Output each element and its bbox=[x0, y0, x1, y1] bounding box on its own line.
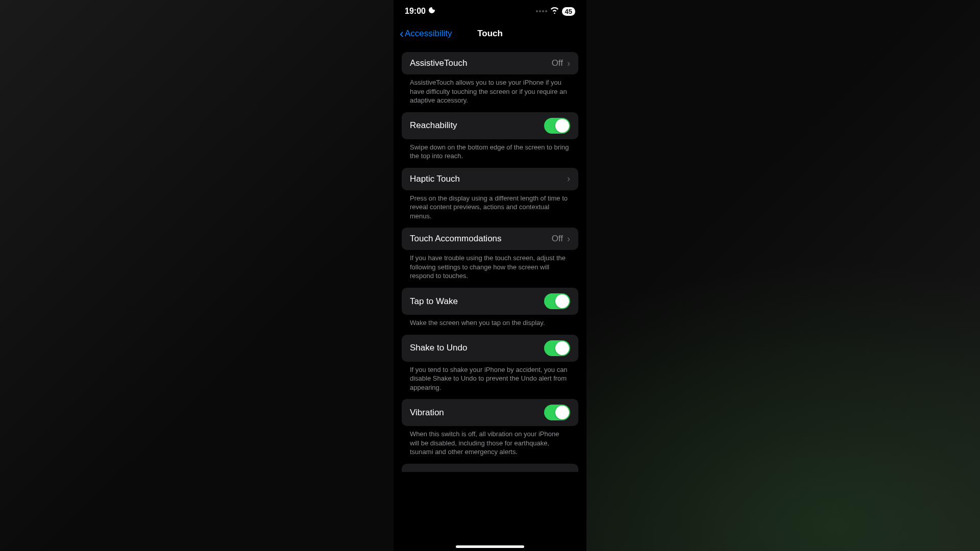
row-label: Haptic Touch bbox=[410, 174, 460, 184]
row-value: Off bbox=[552, 58, 563, 68]
row-touch-accommodations[interactable]: Touch Accommodations Off › bbox=[402, 228, 578, 250]
chevron-right-icon: › bbox=[567, 58, 570, 69]
row-label: Shake to Undo bbox=[410, 343, 467, 353]
row-footer: When this switch is off, all vibration o… bbox=[402, 426, 578, 457]
row-value: Off bbox=[552, 234, 563, 244]
row-footer: If you have trouble using the touch scre… bbox=[402, 250, 578, 281]
row-vibration[interactable]: Vibration bbox=[402, 399, 578, 426]
switch-vibration[interactable] bbox=[544, 405, 570, 420]
row-shake-to-undo[interactable]: Shake to Undo bbox=[402, 335, 578, 362]
row-label: Reachability bbox=[410, 120, 457, 131]
row-footer: AssistiveTouch allows you to use your iP… bbox=[402, 74, 578, 105]
cellular-icon bbox=[536, 10, 547, 12]
status-right: 45 bbox=[536, 7, 575, 16]
switch-reachability[interactable] bbox=[544, 118, 570, 134]
back-button[interactable]: ‹ Accessibility bbox=[400, 28, 452, 40]
row-assistive-touch[interactable]: AssistiveTouch Off › bbox=[402, 52, 578, 74]
navbar: ‹ Accessibility Touch bbox=[394, 22, 586, 45]
status-time: 19:00 bbox=[405, 7, 426, 16]
switch-tap-to-wake[interactable] bbox=[544, 293, 570, 309]
back-label: Accessibility bbox=[405, 29, 452, 39]
phone-screen: 19:00 45 ‹ Accessibility Touch Assistive… bbox=[394, 0, 586, 551]
group-touch-accommodations: Touch Accommodations Off › If you have t… bbox=[402, 228, 578, 281]
group-assistive-touch: AssistiveTouch Off › AssistiveTouch allo… bbox=[402, 52, 578, 105]
chevron-right-icon: › bbox=[567, 234, 570, 244]
row-label: Tap to Wake bbox=[410, 296, 458, 307]
do-not-disturb-icon bbox=[428, 6, 436, 16]
row-footer: Swipe down on the bottom edge of the scr… bbox=[402, 139, 578, 161]
row-footer: Press on the display using a different l… bbox=[402, 190, 578, 221]
group-reachability: Reachability Swipe down on the bottom ed… bbox=[402, 112, 578, 161]
row-haptic-touch[interactable]: Haptic Touch › bbox=[402, 168, 578, 190]
row-footer: Wake the screen when you tap on the disp… bbox=[402, 315, 578, 328]
group-vibration: Vibration When this switch is off, all v… bbox=[402, 399, 578, 457]
page-title: Touch bbox=[477, 29, 503, 39]
switch-shake-to-undo[interactable] bbox=[544, 340, 570, 356]
row-footer: If you tend to shake your iPhone by acci… bbox=[402, 362, 578, 392]
group-shake-to-undo: Shake to Undo If you tend to shake your … bbox=[402, 335, 578, 392]
row-tap-to-wake[interactable]: Tap to Wake bbox=[402, 288, 578, 315]
row-partial-next[interactable] bbox=[402, 464, 578, 472]
row-reachability[interactable]: Reachability bbox=[402, 112, 578, 139]
row-label: Vibration bbox=[410, 408, 444, 418]
chevron-left-icon: ‹ bbox=[400, 28, 404, 40]
row-label: Touch Accommodations bbox=[410, 234, 502, 244]
home-indicator[interactable] bbox=[456, 545, 524, 548]
content[interactable]: AssistiveTouch Off › AssistiveTouch allo… bbox=[394, 45, 586, 551]
status-left: 19:00 bbox=[405, 6, 436, 16]
battery-icon: 45 bbox=[562, 7, 575, 16]
group-tap-to-wake: Tap to Wake Wake the screen when you tap… bbox=[402, 288, 578, 328]
chevron-right-icon: › bbox=[567, 173, 570, 184]
row-label: AssistiveTouch bbox=[410, 58, 467, 68]
group-haptic-touch: Haptic Touch › Press on the display usin… bbox=[402, 168, 578, 221]
statusbar: 19:00 45 bbox=[394, 0, 586, 22]
wifi-icon bbox=[550, 7, 559, 16]
